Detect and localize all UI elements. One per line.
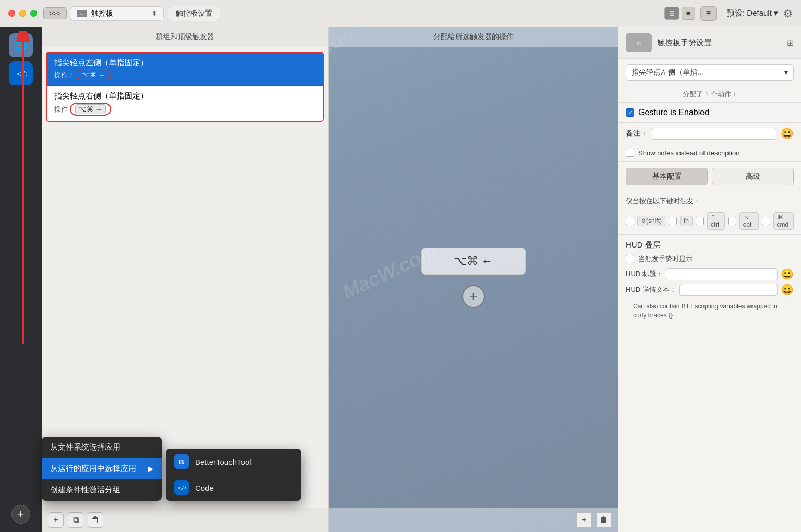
hud-section: HUD 叠层 当触发手势时显示 HUD 标题： 😀 HUD 详情文本： 😀 Ca… — [618, 234, 801, 328]
hamburger-menu-button[interactable]: ≡ — [700, 6, 717, 21]
toolbar-duplicate-btn[interactable]: ⧉ — [68, 512, 83, 528]
modifier-row: ⇧(shift) fn ⌃ ctrl ⌥ opt ⌘ cmd — [618, 208, 801, 234]
trigger-item-right[interactable]: 指尖轻点右侧（单指固定） 操作 ⌥⌘ → — [47, 86, 323, 121]
submenu: B BetterTouchTool </> Code — [166, 449, 301, 501]
trackpad-device-icon: ▭ — [77, 10, 87, 17]
cmd-key-label: ⌘ cmd — [773, 212, 794, 230]
preset-label: 预设: Default ▾ — [727, 8, 778, 18]
show-notes-label: Show notes instead of description — [638, 149, 739, 157]
hud-show-row: 当触发手势时显示 — [626, 254, 794, 264]
code-app-icon: </> — [174, 480, 189, 495]
device-name-label: 触控板 — [91, 9, 113, 18]
trigger-group-bordered: 指尖轻点左侧（单指固定） 操作： ⌥⌘ ← 指尖轻点右侧（单指固定） 操作 ⌥ — [46, 52, 324, 122]
context-item-filesystem[interactable]: 从文件系统选择应用 — [42, 437, 162, 458]
fullscreen-button[interactable] — [30, 10, 37, 17]
context-submenu-arrow: ▶ — [148, 465, 153, 473]
context-menu: 从文件系统选择应用 从运行的应用中选择应用 ▶ 创建条件性激活分组 — [42, 437, 162, 501]
minimize-button[interactable] — [19, 10, 26, 17]
trackpad-settings-button[interactable]: 触控板设置 — [168, 6, 220, 21]
shift-key-label: ⇧(shift) — [637, 216, 665, 226]
gear-button[interactable]: ⚙ — [783, 7, 793, 20]
action-toolbar-delete[interactable]: 🗑 — [596, 512, 612, 528]
notes-label: 备注： — [626, 129, 648, 138]
titlebar: >>> ▭ 触控板 ⬍ 触控板设置 ⊞ ≡ ≡ 预设: Default ▾ ⚙ — [0, 0, 801, 27]
submenu-item-btt[interactable]: B BetterTouchTool — [166, 449, 301, 475]
action-add-button[interactable]: + — [462, 285, 485, 308]
ctrl-checkbox[interactable] — [696, 217, 704, 225]
hud-title-input[interactable] — [666, 268, 778, 280]
trigger-list: 指尖轻点左侧（单指固定） 操作： ⌥⌘ ← 指尖轻点右侧（单指固定） 操作 ⌥ — [42, 47, 328, 472]
device-selector[interactable]: ▭ 触控板 ⬍ — [70, 6, 164, 21]
settings-corner-button[interactable]: ⊞ — [787, 38, 794, 48]
chevron-updown-icon: ⬍ — [152, 10, 157, 17]
hud-detail-input[interactable] — [679, 284, 778, 296]
settings-panel: ▭ 触控板手势设置 ⊞ 指尖轻点左侧（单指... ▾ 分配了 1 个动作 + ✓… — [618, 27, 801, 532]
notes-emoji-button[interactable]: 😀 — [781, 127, 794, 140]
context-item-create-group[interactable]: 创建条件性激活分组 — [42, 479, 162, 501]
opt-key-label: ⌥ opt — [739, 212, 759, 230]
trigger-name-right: 指尖轻点右侧（单指固定） — [54, 91, 315, 101]
opt-checkbox[interactable] — [728, 217, 736, 225]
btt-app-icon: B — [174, 454, 189, 469]
action-bottom-toolbar: + 🗑 — [329, 508, 618, 532]
hud-show-checkbox[interactable] — [626, 255, 634, 263]
gesture-select-box[interactable]: 指尖轻点左侧（单指... ▾ — [626, 64, 794, 81]
sidebar-icon-code[interactable]: </> — [9, 61, 33, 85]
context-item-running-apps[interactable]: 从运行的应用中选择应用 ▶ — [42, 458, 162, 479]
action-toolbar-add[interactable]: + — [576, 512, 592, 528]
notes-row: 备注： 😀 — [618, 123, 801, 144]
show-notes-row: Show notes instead of description — [618, 144, 801, 162]
close-button[interactable] — [8, 10, 15, 17]
submenu-item-code[interactable]: </> Code — [166, 475, 301, 501]
hud-detail-emoji-button[interactable]: 😀 — [781, 283, 794, 296]
sidebar-add-button[interactable]: + — [11, 505, 30, 524]
trigger-name-left: 指尖轻点左侧（单指固定） — [54, 58, 315, 68]
hud-show-label: 当触发手势时显示 — [638, 254, 693, 264]
show-notes-checkbox[interactable] — [626, 149, 634, 157]
hud-detail-label: HUD 详情文本： — [626, 285, 676, 294]
trigger-item-left[interactable]: 指尖轻点左侧（单指固定） 操作： ⌥⌘ ← — [47, 53, 323, 86]
gesture-enabled-label: Gesture is Enabled — [638, 108, 709, 117]
toolbar-add-btn[interactable]: + — [48, 512, 64, 528]
traffic-lights — [8, 10, 37, 17]
hud-section-title: HUD 叠层 — [626, 240, 794, 250]
btt-app-label: BetterTouchTool — [195, 457, 251, 466]
hud-title-label: HUD 标题： — [626, 269, 663, 279]
svg-text:</>: </> — [178, 485, 186, 491]
toolbar-delete-btn[interactable]: 🗑 — [88, 512, 103, 528]
trigger-shortcut-left: ⌥⌘ ← — [77, 69, 111, 80]
sidebar-icon-globe[interactable]: 🌐 — [9, 33, 33, 57]
chevron-down-icon: ▾ — [784, 68, 788, 77]
action-shortcut-display: ⌥⌘ ← — [421, 248, 526, 275]
gesture-selector: 指尖轻点左侧（单指... ▾ — [618, 59, 801, 86]
gesture-enabled-checkbox[interactable]: ✓ — [626, 108, 634, 117]
hud-detail-row: HUD 详情文本： 😀 — [626, 283, 794, 296]
notes-input[interactable] — [652, 128, 776, 140]
trigger-action-left: 操作： ⌥⌘ ← — [54, 69, 315, 80]
basic-config-button[interactable]: 基本配置 — [626, 168, 708, 185]
hud-title-emoji-button[interactable]: 😀 — [781, 268, 794, 280]
assigned-label: 分配了 1 个动作 + — [618, 86, 801, 103]
gesture-select-label: 指尖轻点左侧（单指... — [632, 68, 703, 77]
action-panel-header: 分配给所选触发器的操作 — [329, 27, 618, 47]
sidebar: 🌐 </> + — [0, 27, 42, 532]
advanced-button[interactable]: 高级 — [712, 168, 794, 185]
trigger-shortcut-right: ⌥⌘ → — [70, 103, 111, 116]
trigger-condition-label: 仅当按住以下键时触发： — [618, 192, 801, 208]
ctrl-key-label: ⌃ ctrl — [707, 212, 725, 230]
action-body: ⌥⌘ ← + — [329, 47, 618, 508]
gesture-enabled-row: ✓ Gesture is Enabled — [618, 103, 801, 123]
settings-title-bar: ▭ 触控板手势设置 ⊞ — [618, 27, 801, 59]
cmd-checkbox[interactable] — [762, 217, 770, 225]
fn-key-label: fn — [680, 216, 693, 226]
fn-checkbox[interactable] — [669, 217, 677, 225]
nav-back-button[interactable]: >>> — [43, 7, 67, 19]
config-buttons-row: 基本配置 高级 — [618, 162, 801, 192]
shift-checkbox[interactable] — [626, 217, 634, 225]
trigger-action-right: 操作 ⌥⌘ → — [54, 103, 315, 116]
action-panel: 分配给所选触发器的操作 ⌥⌘ ← + + 🗑 — [329, 27, 618, 532]
grid-view-button[interactable]: ⊞ — [664, 7, 679, 20]
hud-title-row: HUD 标题： 😀 — [626, 268, 794, 280]
list-view-button[interactable]: ≡ — [682, 7, 695, 20]
settings-title-text: 触控板手势设置 — [657, 38, 712, 48]
